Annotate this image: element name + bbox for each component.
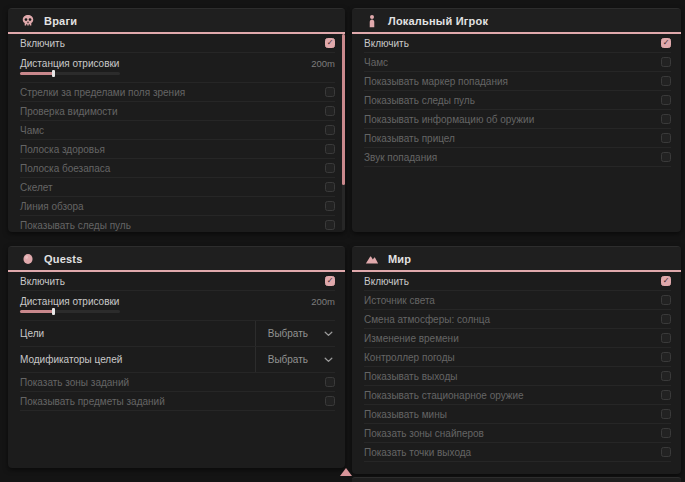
row-toggle[interactable]: Звук попадания <box>364 148 671 167</box>
checkbox[interactable] <box>661 447 671 457</box>
row-toggle[interactable]: Показывать информацию об оружии <box>364 110 671 129</box>
row-label: Смена атмосферы: солнца <box>364 314 490 325</box>
row-toggle[interactable]: Линия обзора <box>20 197 335 216</box>
row-toggle[interactable]: Источник света <box>364 291 671 310</box>
checkbox[interactable] <box>661 371 671 381</box>
row-toggle[interactable]: Включить✓ <box>20 34 335 53</box>
checkbox[interactable] <box>661 57 671 67</box>
checkbox[interactable] <box>661 295 671 305</box>
checkbox[interactable]: ✓ <box>661 276 671 286</box>
checkbox[interactable] <box>661 152 671 162</box>
checkmark-icon: ✓ <box>663 277 670 285</box>
checkbox[interactable]: ✓ <box>661 38 671 48</box>
row-toggle[interactable]: Включить✓ <box>364 34 671 53</box>
row-label: Дистанция отрисовки <box>20 296 119 307</box>
panel-header: Мир <box>352 247 681 272</box>
row-toggle[interactable]: Включить✓ <box>20 272 335 291</box>
checkbox[interactable] <box>325 377 335 387</box>
panel-header: Локальный Игрок <box>352 9 681 34</box>
checkbox[interactable]: ✓ <box>325 276 335 286</box>
checkbox[interactable] <box>325 87 335 97</box>
row-toggle[interactable]: Показывать маркер попадания <box>364 72 671 91</box>
row-label: Дистанция отрисовки <box>20 58 119 69</box>
panel-title: Quests <box>44 253 83 265</box>
row-toggle[interactable]: Контроллер погоды <box>364 348 671 367</box>
row-toggle[interactable]: Изменение времени <box>364 329 671 348</box>
checkbox[interactable] <box>661 352 671 362</box>
partial-panel-edge <box>352 477 681 482</box>
row-toggle[interactable]: Показывать прицел <box>364 129 671 148</box>
checkbox[interactable] <box>325 125 335 135</box>
select-dropdown[interactable]: Выбрать <box>255 321 335 346</box>
scrollbar[interactable] <box>342 34 345 230</box>
row-label: Чамс <box>20 125 44 136</box>
checkbox[interactable] <box>661 333 671 343</box>
row-select[interactable]: Модификаторы целейВыбрать <box>20 347 335 373</box>
row-label: Линия обзора <box>20 201 84 212</box>
row-toggle[interactable]: Показать точки выхода <box>364 443 671 462</box>
checkbox[interactable] <box>661 390 671 400</box>
row-toggle[interactable]: Показать зоны снайперов <box>364 424 671 443</box>
checkbox[interactable] <box>661 409 671 419</box>
slider-track[interactable] <box>20 310 120 313</box>
row-toggle[interactable]: Полоска здоровья <box>20 140 335 159</box>
checkbox[interactable] <box>661 114 671 124</box>
checkbox[interactable] <box>661 76 671 86</box>
checkbox[interactable]: ✓ <box>325 38 335 48</box>
row-slider: Дистанция отрисовки200m <box>20 291 335 321</box>
row-toggle[interactable]: Показывать предметы заданий <box>20 392 335 411</box>
row-label: Показать точки выхода <box>364 447 471 458</box>
row-toggle[interactable]: Стрелки за пределами поля зрения <box>20 83 335 102</box>
slider-label-row: Дистанция отрисовки200m <box>20 58 335 69</box>
select-dropdown[interactable]: Выбрать <box>255 347 335 372</box>
row-toggle[interactable]: Чамс <box>20 121 335 140</box>
row-label: Изменение времени <box>364 333 459 344</box>
slider-value: 200m <box>311 296 335 307</box>
slider-handle[interactable] <box>52 70 55 77</box>
row-label: Стрелки за пределами поля зрения <box>20 87 185 98</box>
row-toggle[interactable]: Показывать выходы <box>364 367 671 386</box>
checkbox[interactable] <box>325 163 335 173</box>
panel-enemies: ВрагиВключить✓Дистанция отрисовки200mСтр… <box>8 8 345 232</box>
checkbox[interactable] <box>325 144 335 154</box>
checkbox[interactable] <box>661 428 671 438</box>
row-toggle[interactable]: Смена атмосферы: солнца <box>364 310 671 329</box>
slider-label-row: Дистанция отрисовки200m <box>20 296 335 307</box>
checkbox[interactable] <box>661 314 671 324</box>
row-toggle[interactable]: Скелет <box>20 178 335 197</box>
checkbox[interactable] <box>325 182 335 192</box>
checkmark-icon: ✓ <box>327 277 334 285</box>
circle-icon <box>21 252 35 266</box>
row-toggle[interactable]: Проверка видимости <box>20 102 335 121</box>
row-toggle[interactable]: Полоска боезапаса <box>20 159 335 178</box>
checkbox[interactable] <box>661 133 671 143</box>
panel-body: Включить✓Источник светаСмена атмосферы: … <box>352 272 681 472</box>
row-label: Показывать прицел <box>364 133 455 144</box>
slider-value: 200m <box>311 58 335 69</box>
row-select[interactable]: ЦелиВыбрать <box>20 321 335 347</box>
checkbox[interactable] <box>325 220 335 230</box>
row-label: Модификаторы целей <box>20 354 122 365</box>
row-toggle[interactable]: Чамс <box>364 53 671 72</box>
slider-handle[interactable] <box>52 308 55 315</box>
checkbox[interactable] <box>325 201 335 211</box>
row-label: Показывать выходы <box>364 371 457 382</box>
panel-header: Quests <box>8 247 345 272</box>
slider-track[interactable] <box>20 72 120 75</box>
row-toggle[interactable]: Показывать стационарное оружие <box>364 386 671 405</box>
checkbox[interactable] <box>325 396 335 406</box>
row-label: Показать зоны снайперов <box>364 428 484 439</box>
row-toggle[interactable]: Показывать следы пуль <box>20 216 335 232</box>
row-toggle[interactable]: Включить✓ <box>364 272 671 291</box>
row-label: Звук попадания <box>364 152 437 163</box>
panel-title: Локальный Игрок <box>388 15 488 27</box>
row-label: Показывать следы пуль <box>364 95 475 106</box>
select-value: Выбрать <box>268 354 308 365</box>
person-icon <box>365 14 379 28</box>
scrollbar-thumb[interactable] <box>342 34 345 185</box>
row-toggle[interactable]: Показать зоны заданий <box>20 373 335 392</box>
checkbox[interactable] <box>661 95 671 105</box>
checkbox[interactable] <box>325 106 335 116</box>
row-toggle[interactable]: Показывать следы пуль <box>364 91 671 110</box>
row-toggle[interactable]: Показывать мины <box>364 405 671 424</box>
